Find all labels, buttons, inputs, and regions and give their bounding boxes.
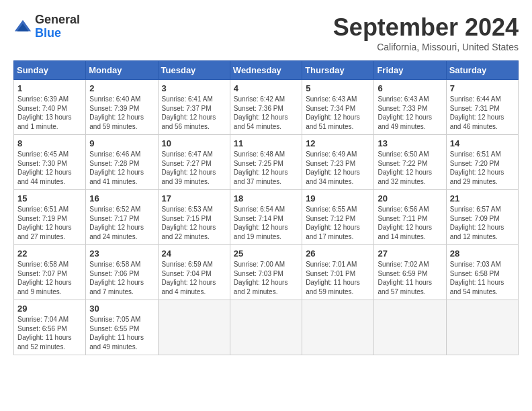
day-number: 24 [162,248,226,259]
day-number: 6 [378,83,442,93]
calendar-cell: 27Sunrise: 7:02 AM Sunset: 6:59 PM Dayli… [374,245,446,300]
day-number: 2 [89,83,154,93]
day-info: Sunrise: 6:55 AM Sunset: 7:12 PM Dayligh… [306,205,370,241]
day-info: Sunrise: 6:59 AM Sunset: 7:04 PM Dayligh… [162,260,226,296]
day-number: 14 [450,138,515,148]
day-info: Sunrise: 7:03 AM Sunset: 6:58 PM Dayligh… [450,260,515,296]
calendar-week-3: 15Sunrise: 6:51 AM Sunset: 7:19 PM Dayli… [14,190,519,245]
logo-text: General Blue [35,13,80,40]
day-number: 12 [306,138,370,148]
calendar-cell [374,300,446,355]
day-number: 28 [450,248,515,259]
day-number: 1 [17,83,82,93]
day-number: 3 [162,83,226,93]
calendar-cell: 7Sunrise: 6:44 AM Sunset: 7:31 PM Daylig… [446,80,518,135]
calendar-cell: 21Sunrise: 6:57 AM Sunset: 7:09 PM Dayli… [446,190,518,245]
day-info: Sunrise: 6:53 AM Sunset: 7:15 PM Dayligh… [162,205,226,241]
calendar-cell: 2Sunrise: 6:40 AM Sunset: 7:39 PM Daylig… [86,80,158,135]
day-number: 7 [450,83,515,93]
day-info: Sunrise: 6:58 AM Sunset: 7:06 PM Dayligh… [89,260,154,296]
calendar-cell: 22Sunrise: 6:58 AM Sunset: 7:07 PM Dayli… [14,245,86,300]
day-number: 8 [17,138,82,148]
calendar-week-1: 1Sunrise: 6:39 AM Sunset: 7:40 PM Daylig… [14,80,519,135]
calendar-cell: 9Sunrise: 6:46 AM Sunset: 7:28 PM Daylig… [86,135,158,190]
calendar-cell: 14Sunrise: 6:51 AM Sunset: 7:20 PM Dayli… [446,135,518,190]
day-info: Sunrise: 6:47 AM Sunset: 7:27 PM Dayligh… [162,150,226,186]
day-header-sunday: Sunday [14,61,86,80]
calendar-cell: 16Sunrise: 6:52 AM Sunset: 7:17 PM Dayli… [86,190,158,245]
day-header-wednesday: Wednesday [230,61,302,80]
day-info: Sunrise: 6:50 AM Sunset: 7:22 PM Dayligh… [378,150,442,186]
day-info: Sunrise: 7:01 AM Sunset: 7:01 PM Dayligh… [306,260,370,296]
day-info: Sunrise: 6:57 AM Sunset: 7:09 PM Dayligh… [450,205,515,241]
calendar-cell [158,300,230,355]
calendar-week-5: 29Sunrise: 7:04 AM Sunset: 6:56 PM Dayli… [14,300,519,355]
day-header-friday: Friday [374,61,446,80]
day-info: Sunrise: 7:04 AM Sunset: 6:56 PM Dayligh… [17,315,82,351]
day-info: Sunrise: 6:43 AM Sunset: 7:33 PM Dayligh… [378,95,442,131]
day-info: Sunrise: 6:51 AM Sunset: 7:19 PM Dayligh… [17,205,82,241]
calendar-cell: 12Sunrise: 6:49 AM Sunset: 7:23 PM Dayli… [302,135,374,190]
day-info: Sunrise: 6:40 AM Sunset: 7:39 PM Dayligh… [89,95,154,131]
day-info: Sunrise: 6:56 AM Sunset: 7:11 PM Dayligh… [378,205,442,241]
day-number: 13 [378,138,442,148]
day-number: 25 [234,248,298,259]
calendar-week-2: 8Sunrise: 6:45 AM Sunset: 7:30 PM Daylig… [14,135,519,190]
calendar-cell: 3Sunrise: 6:41 AM Sunset: 7:37 PM Daylig… [158,80,230,135]
calendar-header-row: SundayMondayTuesdayWednesdayThursdayFrid… [14,61,519,80]
day-header-monday: Monday [86,61,158,80]
day-number: 19 [306,193,370,203]
day-info: Sunrise: 6:49 AM Sunset: 7:23 PM Dayligh… [306,150,370,186]
day-number: 4 [234,83,298,93]
day-info: Sunrise: 6:41 AM Sunset: 7:37 PM Dayligh… [162,95,226,131]
calendar-cell: 6Sunrise: 6:43 AM Sunset: 7:33 PM Daylig… [374,80,446,135]
calendar-cell [230,300,302,355]
calendar-cell: 10Sunrise: 6:47 AM Sunset: 7:27 PM Dayli… [158,135,230,190]
day-number: 17 [162,193,226,203]
day-number: 26 [306,248,370,259]
calendar-cell: 23Sunrise: 6:58 AM Sunset: 7:06 PM Dayli… [86,245,158,300]
day-number: 9 [89,138,154,148]
page-header: General Blue September 2024 California, … [13,13,519,52]
day-number: 30 [89,304,154,314]
day-number: 29 [17,304,82,314]
logo-general: General [35,13,80,27]
day-info: Sunrise: 6:54 AM Sunset: 7:14 PM Dayligh… [234,205,298,241]
logo-icon [13,17,32,36]
day-info: Sunrise: 6:52 AM Sunset: 7:17 PM Dayligh… [89,205,154,241]
calendar-cell: 28Sunrise: 7:03 AM Sunset: 6:58 PM Dayli… [446,245,518,300]
day-number: 5 [306,83,370,93]
calendar-cell: 26Sunrise: 7:01 AM Sunset: 7:01 PM Dayli… [302,245,374,300]
calendar-cell: 8Sunrise: 6:45 AM Sunset: 7:30 PM Daylig… [14,135,86,190]
day-info: Sunrise: 6:44 AM Sunset: 7:31 PM Dayligh… [450,95,515,131]
calendar-cell [446,300,518,355]
calendar-cell: 15Sunrise: 6:51 AM Sunset: 7:19 PM Dayli… [14,190,86,245]
calendar-week-4: 22Sunrise: 6:58 AM Sunset: 7:07 PM Dayli… [14,245,519,300]
calendar-cell: 5Sunrise: 6:43 AM Sunset: 7:34 PM Daylig… [302,80,374,135]
day-info: Sunrise: 6:48 AM Sunset: 7:25 PM Dayligh… [234,150,298,186]
day-info: Sunrise: 6:46 AM Sunset: 7:28 PM Dayligh… [89,150,154,186]
day-header-tuesday: Tuesday [158,61,230,80]
day-info: Sunrise: 7:00 AM Sunset: 7:03 PM Dayligh… [234,260,298,296]
day-number: 11 [234,138,298,148]
day-info: Sunrise: 7:05 AM Sunset: 6:55 PM Dayligh… [89,315,154,351]
day-info: Sunrise: 6:58 AM Sunset: 7:07 PM Dayligh… [17,260,82,296]
month-title: September 2024 [333,13,519,42]
location: California, Missouri, United States [333,42,519,52]
day-header-saturday: Saturday [446,61,518,80]
calendar-cell: 29Sunrise: 7:04 AM Sunset: 6:56 PM Dayli… [14,300,86,355]
day-number: 15 [17,193,82,203]
day-number: 18 [234,193,298,203]
day-header-thursday: Thursday [302,61,374,80]
day-number: 23 [89,248,154,259]
logo: General Blue [13,13,80,40]
calendar-cell: 19Sunrise: 6:55 AM Sunset: 7:12 PM Dayli… [302,190,374,245]
title-area: September 2024 California, Missouri, Uni… [333,13,519,52]
day-number: 16 [89,193,154,203]
calendar-cell: 24Sunrise: 6:59 AM Sunset: 7:04 PM Dayli… [158,245,230,300]
day-number: 21 [450,193,515,203]
calendar-cell: 25Sunrise: 7:00 AM Sunset: 7:03 PM Dayli… [230,245,302,300]
day-info: Sunrise: 6:45 AM Sunset: 7:30 PM Dayligh… [17,150,82,186]
day-info: Sunrise: 6:39 AM Sunset: 7:40 PM Dayligh… [17,95,82,131]
day-info: Sunrise: 7:02 AM Sunset: 6:59 PM Dayligh… [378,260,442,296]
